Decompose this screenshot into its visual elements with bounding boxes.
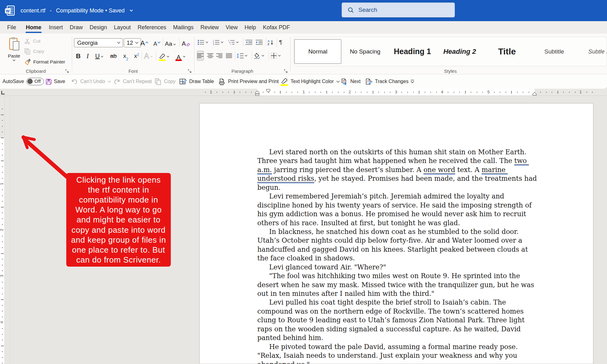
clipboard-dialog-launcher[interactable] <box>65 69 69 73</box>
document-text[interactable]: Levi stared north on the outskirts of th… <box>257 148 537 364</box>
qat-highlight-button[interactable]: Text Highlight Color <box>281 74 340 89</box>
document-line[interactable]: abandoned us." <box>257 360 537 364</box>
horizontal-ruler[interactable]: 1123451 <box>0 89 607 96</box>
style-heading-2[interactable]: Heading 2 <box>436 39 483 64</box>
line-spacing-button[interactable] <box>237 51 248 61</box>
document-line[interactable]: Levi glanced toward Air. "Where?" <box>257 263 537 272</box>
align-center-button[interactable] <box>207 51 213 61</box>
text-effects-button[interactable]: A <box>144 51 153 61</box>
numbering-button[interactable]: 1 2 3 <box>213 37 224 47</box>
tab-layout[interactable]: Layout <box>110 21 134 34</box>
document-line[interactable]: Utah’s October nights could dip below fo… <box>257 236 537 245</box>
text-highlight-button[interactable] <box>159 51 170 61</box>
document-line[interactable]: understood risks, yet he stayed. Promise… <box>257 174 537 183</box>
document-line[interactable]: Levi remembered Jeremiah’s pitch. Jeremi… <box>257 192 537 201</box>
multilevel-list-button[interactable]: 1 a i <box>228 37 239 47</box>
style-no-spacing[interactable]: No Spacing <box>342 39 389 64</box>
autosave-toggle[interactable]: AutoSave Off <box>2 74 44 89</box>
bold-button[interactable]: B <box>76 51 81 61</box>
body-text: raps on the wooden siding signaled a suc… <box>257 325 521 333</box>
underline-button[interactable]: U <box>95 51 104 61</box>
autosave-pill[interactable]: Off <box>26 78 44 85</box>
format-painter-button[interactable]: Format Painter <box>24 57 65 67</box>
bullets-button[interactable] <box>198 37 208 47</box>
tab-design[interactable]: Design <box>86 21 110 34</box>
tab-kofax-pdf[interactable]: Kofax PDF <box>259 21 293 34</box>
grow-font-button[interactable]: A <box>140 37 148 47</box>
document-line[interactable]: a.m. jarring ring pierced the desert’s s… <box>257 166 537 174</box>
style-normal[interactable]: Normal <box>294 39 341 64</box>
qat-overflow-button[interactable] <box>410 74 415 89</box>
vertical-ruler[interactable]: 1234 <box>0 96 5 364</box>
right-indent-marker[interactable] <box>532 92 537 96</box>
document-line[interactable]: compound was on the northern edge of Roc… <box>257 307 537 316</box>
print-preview-button[interactable]: Print Preview and Print <box>218 74 279 89</box>
style-subtitle[interactable]: Subtitle <box>531 39 578 64</box>
tab-references[interactable]: References <box>134 21 170 34</box>
clear-formatting-button[interactable]: A <box>182 37 190 47</box>
align-left-button[interactable] <box>197 51 204 61</box>
change-case-button[interactable]: Aa <box>165 37 176 47</box>
style-heading-1[interactable]: Heading 1 <box>389 39 436 64</box>
document-line[interactable]: handcuffed and gagged David on his knees… <box>257 245 537 254</box>
qat-copy-button[interactable]: Copy <box>155 74 175 89</box>
document-line[interactable]: begun. <box>257 183 537 192</box>
shading-button[interactable] <box>254 51 264 61</box>
shrink-font-button[interactable]: A <box>153 37 161 47</box>
show-formatting-button[interactable]: ¶ <box>279 37 282 47</box>
tab-file[interactable]: File <box>4 21 20 34</box>
tab-review[interactable]: Review <box>197 21 222 34</box>
tab-home[interactable]: Home <box>22 21 45 34</box>
cut-button[interactable]: Cut <box>24 36 40 46</box>
document-line[interactable]: desert when he saw my mask. Missed twice… <box>257 281 537 289</box>
justify-button[interactable] <box>226 51 232 61</box>
document-line[interactable]: Levi pulled his coat tight despite the b… <box>257 298 537 307</box>
document-line[interactable]: In blackness, he snatched his down coat … <box>257 227 537 236</box>
tab-draw[interactable]: Draw <box>66 21 86 34</box>
document-line[interactable]: He pivoted toward the pale David, assumi… <box>257 343 537 351</box>
document-line[interactable]: "The fool was hitchhiking two miles west… <box>257 272 537 280</box>
tab-mailings[interactable]: Mailings <box>170 21 197 34</box>
next-button[interactable]: Next <box>341 74 361 89</box>
left-indent-marker[interactable] <box>255 91 259 96</box>
search-input[interactable]: Search <box>342 2 455 17</box>
style-title[interactable]: Title <box>483 39 530 64</box>
document-line[interactable]: his gym addiction was a bonus. He promis… <box>257 210 537 218</box>
document-line[interactable]: Levi stared north on the outskirts of th… <box>257 148 537 156</box>
first-line-indent-marker[interactable] <box>266 89 270 93</box>
document-line[interactable]: "Relax, Isaiah needs to understand. Just… <box>257 351 537 360</box>
strikethrough-button[interactable]: ab <box>110 51 117 61</box>
align-right-button[interactable] <box>216 51 222 61</box>
track-changes-button[interactable]: Track Changes <box>365 74 409 89</box>
superscript-button[interactable]: x2 <box>134 51 139 61</box>
tab-insert[interactable]: Insert <box>45 21 66 34</box>
document-line[interactable]: raps on the wooden siding signaled a suc… <box>257 325 537 334</box>
document-line[interactable]: others of his race. Insulted at first, b… <box>257 219 537 227</box>
tab-selector-icon[interactable] <box>1 90 6 95</box>
font-color-button[interactable]: A <box>175 51 186 61</box>
draw-table-button[interactable]: Draw Table <box>179 74 214 89</box>
font-dialog-launcher[interactable] <box>188 69 192 73</box>
document-line[interactable]: the face cloaked in shadows. <box>257 254 537 263</box>
sort-button[interactable]: A Z <box>268 37 274 47</box>
paragraph-dialog-launcher[interactable] <box>284 69 288 73</box>
undo-button[interactable]: Can't Undo <box>71 74 111 89</box>
document-line[interactable]: clung to Route 9 leading east to Utah’s … <box>257 316 537 324</box>
borders-button[interactable] <box>271 51 281 61</box>
subscript-button[interactable]: x2 <box>123 51 128 61</box>
increase-indent-button[interactable] <box>256 37 263 47</box>
save-button[interactable]: Save <box>45 74 65 89</box>
document-line[interactable]: out in ten minutes after I nailed him wi… <box>257 289 537 298</box>
tab-help[interactable]: Help <box>241 21 259 34</box>
italic-button[interactable]: I <box>86 51 89 61</box>
chevron-down-icon[interactable] <box>129 9 133 12</box>
redo-button[interactable]: Can't Repeat <box>114 74 152 89</box>
paste-button[interactable]: Paste <box>4 37 24 67</box>
document-line[interactable]: panted behind him. <box>257 334 537 342</box>
decrease-indent-button[interactable] <box>245 37 252 47</box>
document-line[interactable]: discipline honed by his twenty years of … <box>257 201 537 210</box>
style-subtle-em[interactable]: Subtle Em <box>578 39 607 64</box>
copy-button[interactable]: Copy <box>24 47 44 56</box>
document-line[interactable]: Three years had taught him what happened… <box>257 156 537 165</box>
tab-view[interactable]: View <box>222 21 241 34</box>
